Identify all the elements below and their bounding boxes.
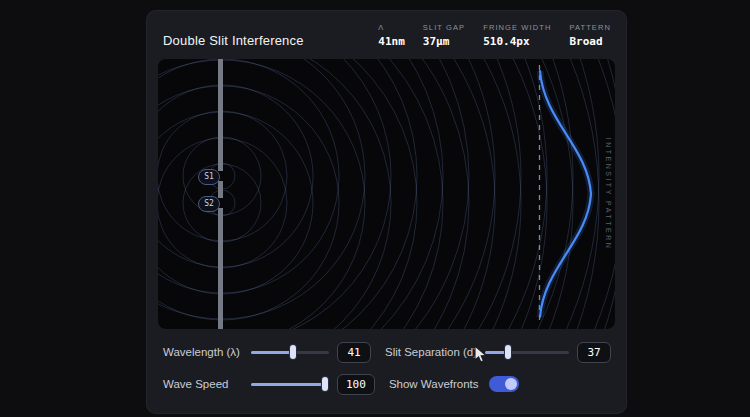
wavelength-slider-fill <box>251 351 293 355</box>
toggle-knob <box>505 378 517 390</box>
wave-speed-slider[interactable] <box>251 377 329 391</box>
slit-separation-slider[interactable] <box>485 345 569 359</box>
intensity-pattern-axis-label: INTENSITY PATTERN <box>605 138 612 251</box>
controls-row-2: Wave Speed 100 Show Wavefronts <box>163 373 611 395</box>
page-title: Double Slit Interference <box>163 33 304 48</box>
card-header: Double Slit Interference Λ 41nm SLIT GAP… <box>146 10 627 59</box>
wavelength-label: Wavelength (λ) <box>163 346 251 358</box>
slit-barrier <box>218 59 223 329</box>
slit-separation-slider-thumb[interactable] <box>505 345 511 359</box>
wave-speed-label: Wave Speed <box>163 378 251 390</box>
wave-speed-value[interactable]: 100 <box>337 374 375 395</box>
slit-separation-label: Slit Separation (d) <box>385 346 485 358</box>
wavelength-slider[interactable] <box>251 345 329 359</box>
show-wavefronts-label: Show Wavefronts <box>389 378 479 390</box>
stat-fringe-width: FRINGE WIDTH 510.4px <box>483 23 551 48</box>
wavelength-value[interactable]: 41 <box>337 342 371 363</box>
stat-fringe-width-label: FRINGE WIDTH <box>483 23 551 32</box>
wavelength-slider-thumb[interactable] <box>290 345 296 359</box>
stat-lambda-value: 41nm <box>378 35 405 48</box>
stat-pattern: PATTERN Broad <box>569 23 611 48</box>
controls-row-1: Wavelength (λ) 41 Slit Separation (d) 37 <box>163 341 611 363</box>
show-wavefronts-toggle[interactable] <box>489 376 519 392</box>
stat-lambda-label: Λ <box>378 23 405 32</box>
slit-separation-value[interactable]: 37 <box>577 342 611 363</box>
stat-slit-gap-value: 37μm <box>423 35 465 48</box>
stat-slit-gap-label: SLIT GAP <box>423 23 465 32</box>
stat-pattern-value: Broad <box>569 35 611 48</box>
mouse-cursor <box>473 345 491 365</box>
slit-label-s1: S1 <box>198 169 220 185</box>
simulation-canvas[interactable]: S1 S2 INTENSITY PATTERN <box>158 59 615 329</box>
stat-lambda: Λ 41nm <box>378 23 405 48</box>
slit-label-s2: S2 <box>198 196 220 212</box>
intensity-curve-glow <box>540 71 591 317</box>
stats-bar: Λ 41nm SLIT GAP 37μm FRINGE WIDTH 510.4p… <box>378 23 611 48</box>
simulation-card: Double Slit Interference Λ 41nm SLIT GAP… <box>146 10 627 414</box>
wave-speed-slider-thumb[interactable] <box>322 377 328 391</box>
stat-slit-gap: SLIT GAP 37μm <box>423 23 465 48</box>
stat-pattern-label: PATTERN <box>569 23 611 32</box>
stat-fringe-width-value: 510.4px <box>483 35 551 48</box>
controls-panel: Wavelength (λ) 41 Slit Separation (d) 37… <box>146 329 627 395</box>
wave-speed-slider-fill <box>251 383 325 387</box>
